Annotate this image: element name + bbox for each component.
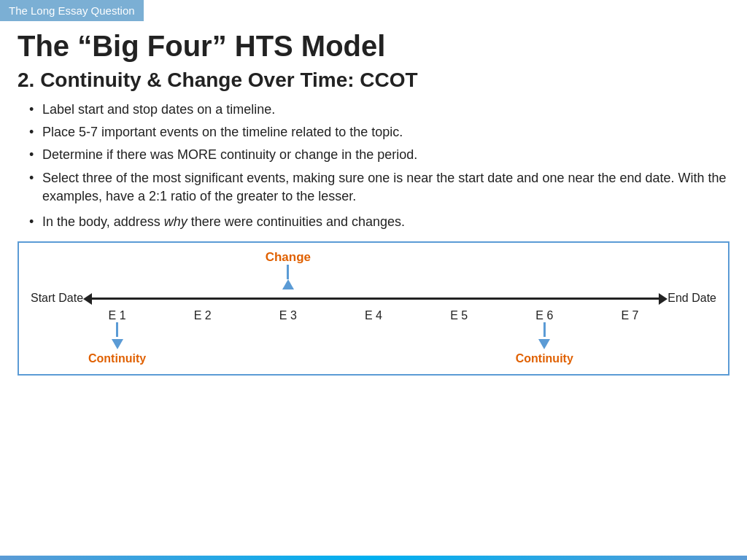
event-label-3: E 3 xyxy=(279,309,297,322)
end-label: End Date xyxy=(667,292,716,305)
bottom-bar xyxy=(0,556,747,560)
change-up-arrow xyxy=(282,279,294,289)
body-bullet: In the body, address why there were cont… xyxy=(15,213,732,231)
event-label-6: E 6 xyxy=(535,309,553,322)
continuity-label-1: Continuity xyxy=(88,352,146,365)
timeline-arrow-line xyxy=(90,298,660,300)
event-label-1: E 1 xyxy=(109,309,126,322)
title-bar: The Long Essay Question xyxy=(0,0,144,21)
event-item-4: E 4 xyxy=(330,309,416,322)
sub-heading: 2. Continuity & Change Over Time: CCOT xyxy=(15,69,732,92)
event-label-5: E 5 xyxy=(450,309,468,322)
main-heading: The “Big Four” HTS Model xyxy=(15,30,732,63)
continuity-label-6: Continuity xyxy=(516,352,573,365)
bullet-list: Label start and stop dates on a timeline… xyxy=(15,101,732,206)
bullet-item-3: Determine if there was MORE continuity o… xyxy=(29,146,732,164)
bullet-item-4: Select three of the most significant eve… xyxy=(29,169,732,206)
continuity-col-6: Continuity xyxy=(516,322,573,365)
event-item-5: E 5 xyxy=(417,309,502,322)
change-label: Change xyxy=(266,250,311,265)
event-item-7: E 7 xyxy=(587,309,673,322)
change-column: Change xyxy=(266,250,311,292)
event-item-2: E 2 xyxy=(160,309,245,322)
event-item-3: E 3 xyxy=(245,309,330,322)
continuity-stem-6 xyxy=(543,322,546,337)
bullet-item-2: Place 5-7 important events on the timeli… xyxy=(29,123,732,141)
continuity-stem-1 xyxy=(116,322,118,337)
body-bullet-suffix: there were continuities and changes. xyxy=(187,214,405,229)
start-label: Start Date xyxy=(31,292,83,305)
body-bullet-italic: why xyxy=(164,214,187,229)
event-item-1: E 1 Continuity xyxy=(74,309,160,365)
change-stem xyxy=(287,265,289,279)
continuity-down-arrow-1 xyxy=(112,339,123,349)
event-label-2: E 2 xyxy=(194,309,212,322)
event-item-6: E 6 Continuity xyxy=(502,309,587,365)
event-label-7: E 7 xyxy=(621,309,638,322)
continuity-down-arrow-6 xyxy=(538,339,550,349)
body-bullet-prefix: In the body, address xyxy=(42,214,164,229)
bullet-item-1: Label start and stop dates on a timeline… xyxy=(29,101,732,119)
content-area: The “Big Four” HTS Model 2. Continuity &… xyxy=(0,30,747,376)
timeline-diagram: Change Start Date End Date xyxy=(18,241,729,376)
slide-container: The Long Essay Question The “Big Four” H… xyxy=(0,0,747,560)
timeline-arrow-row: Start Date End Date xyxy=(31,292,716,305)
event-label-4: E 4 xyxy=(365,309,382,322)
continuity-col-1: Continuity xyxy=(88,322,146,365)
events-row: E 1 Continuity E 2 E 3 E 4 xyxy=(31,309,716,365)
